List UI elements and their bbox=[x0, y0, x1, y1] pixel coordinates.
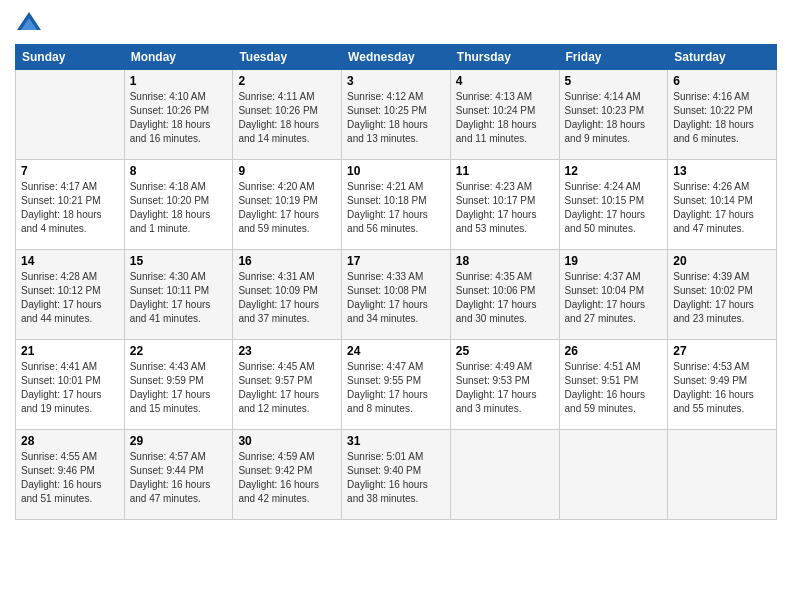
calendar-cell: 13Sunrise: 4:26 AMSunset: 10:14 PMDaylig… bbox=[668, 160, 777, 250]
day-info: Sunrise: 4:23 AMSunset: 10:17 PMDaylight… bbox=[456, 180, 554, 236]
day-info: Sunrise: 4:53 AMSunset: 9:49 PMDaylight:… bbox=[673, 360, 771, 416]
calendar-cell: 4Sunrise: 4:13 AMSunset: 10:24 PMDayligh… bbox=[450, 70, 559, 160]
day-number: 5 bbox=[565, 74, 663, 88]
day-number: 20 bbox=[673, 254, 771, 268]
day-number: 30 bbox=[238, 434, 336, 448]
day-info: Sunrise: 4:45 AMSunset: 9:57 PMDaylight:… bbox=[238, 360, 336, 416]
calendar-cell: 28Sunrise: 4:55 AMSunset: 9:46 PMDayligh… bbox=[16, 430, 125, 520]
day-info: Sunrise: 4:33 AMSunset: 10:08 PMDaylight… bbox=[347, 270, 445, 326]
calendar-cell: 10Sunrise: 4:21 AMSunset: 10:18 PMDaylig… bbox=[342, 160, 451, 250]
day-info: Sunrise: 4:16 AMSunset: 10:22 PMDaylight… bbox=[673, 90, 771, 146]
day-info: Sunrise: 4:59 AMSunset: 9:42 PMDaylight:… bbox=[238, 450, 336, 506]
weekday-header-sunday: Sunday bbox=[16, 45, 125, 70]
calendar-week-5: 28Sunrise: 4:55 AMSunset: 9:46 PMDayligh… bbox=[16, 430, 777, 520]
day-info: Sunrise: 4:13 AMSunset: 10:24 PMDaylight… bbox=[456, 90, 554, 146]
calendar-cell: 25Sunrise: 4:49 AMSunset: 9:53 PMDayligh… bbox=[450, 340, 559, 430]
calendar-cell: 26Sunrise: 4:51 AMSunset: 9:51 PMDayligh… bbox=[559, 340, 668, 430]
calendar-cell: 14Sunrise: 4:28 AMSunset: 10:12 PMDaylig… bbox=[16, 250, 125, 340]
calendar-cell: 2Sunrise: 4:11 AMSunset: 10:26 PMDayligh… bbox=[233, 70, 342, 160]
calendar-cell bbox=[16, 70, 125, 160]
calendar-cell: 7Sunrise: 4:17 AMSunset: 10:21 PMDayligh… bbox=[16, 160, 125, 250]
calendar-cell: 5Sunrise: 4:14 AMSunset: 10:23 PMDayligh… bbox=[559, 70, 668, 160]
day-number: 29 bbox=[130, 434, 228, 448]
calendar-cell: 12Sunrise: 4:24 AMSunset: 10:15 PMDaylig… bbox=[559, 160, 668, 250]
calendar-cell: 18Sunrise: 4:35 AMSunset: 10:06 PMDaylig… bbox=[450, 250, 559, 340]
calendar-cell: 3Sunrise: 4:12 AMSunset: 10:25 PMDayligh… bbox=[342, 70, 451, 160]
calendar-week-1: 1Sunrise: 4:10 AMSunset: 10:26 PMDayligh… bbox=[16, 70, 777, 160]
logo bbox=[15, 10, 47, 38]
day-info: Sunrise: 4:39 AMSunset: 10:02 PMDaylight… bbox=[673, 270, 771, 326]
day-number: 23 bbox=[238, 344, 336, 358]
calendar-cell: 20Sunrise: 4:39 AMSunset: 10:02 PMDaylig… bbox=[668, 250, 777, 340]
day-number: 25 bbox=[456, 344, 554, 358]
day-number: 8 bbox=[130, 164, 228, 178]
day-number: 27 bbox=[673, 344, 771, 358]
day-number: 1 bbox=[130, 74, 228, 88]
day-info: Sunrise: 4:26 AMSunset: 10:14 PMDaylight… bbox=[673, 180, 771, 236]
day-info: Sunrise: 4:18 AMSunset: 10:20 PMDaylight… bbox=[130, 180, 228, 236]
day-number: 21 bbox=[21, 344, 119, 358]
day-number: 2 bbox=[238, 74, 336, 88]
day-number: 19 bbox=[565, 254, 663, 268]
calendar-cell: 21Sunrise: 4:41 AMSunset: 10:01 PMDaylig… bbox=[16, 340, 125, 430]
day-number: 26 bbox=[565, 344, 663, 358]
calendar-cell: 22Sunrise: 4:43 AMSunset: 9:59 PMDayligh… bbox=[124, 340, 233, 430]
day-number: 15 bbox=[130, 254, 228, 268]
calendar-week-3: 14Sunrise: 4:28 AMSunset: 10:12 PMDaylig… bbox=[16, 250, 777, 340]
day-info: Sunrise: 4:30 AMSunset: 10:11 PMDaylight… bbox=[130, 270, 228, 326]
day-number: 31 bbox=[347, 434, 445, 448]
day-info: Sunrise: 4:11 AMSunset: 10:26 PMDaylight… bbox=[238, 90, 336, 146]
weekday-header-wednesday: Wednesday bbox=[342, 45, 451, 70]
day-info: Sunrise: 4:21 AMSunset: 10:18 PMDaylight… bbox=[347, 180, 445, 236]
day-number: 24 bbox=[347, 344, 445, 358]
calendar-cell: 15Sunrise: 4:30 AMSunset: 10:11 PMDaylig… bbox=[124, 250, 233, 340]
day-info: Sunrise: 4:57 AMSunset: 9:44 PMDaylight:… bbox=[130, 450, 228, 506]
day-info: Sunrise: 4:10 AMSunset: 10:26 PMDaylight… bbox=[130, 90, 228, 146]
day-info: Sunrise: 4:14 AMSunset: 10:23 PMDaylight… bbox=[565, 90, 663, 146]
day-number: 6 bbox=[673, 74, 771, 88]
day-number: 7 bbox=[21, 164, 119, 178]
day-info: Sunrise: 4:55 AMSunset: 9:46 PMDaylight:… bbox=[21, 450, 119, 506]
weekday-header-monday: Monday bbox=[124, 45, 233, 70]
day-number: 14 bbox=[21, 254, 119, 268]
calendar-cell: 29Sunrise: 4:57 AMSunset: 9:44 PMDayligh… bbox=[124, 430, 233, 520]
calendar-cell: 9Sunrise: 4:20 AMSunset: 10:19 PMDayligh… bbox=[233, 160, 342, 250]
calendar-cell: 31Sunrise: 5:01 AMSunset: 9:40 PMDayligh… bbox=[342, 430, 451, 520]
calendar-cell bbox=[668, 430, 777, 520]
calendar-cell: 24Sunrise: 4:47 AMSunset: 9:55 PMDayligh… bbox=[342, 340, 451, 430]
calendar-cell: 8Sunrise: 4:18 AMSunset: 10:20 PMDayligh… bbox=[124, 160, 233, 250]
calendar-cell: 16Sunrise: 4:31 AMSunset: 10:09 PMDaylig… bbox=[233, 250, 342, 340]
day-number: 22 bbox=[130, 344, 228, 358]
day-number: 12 bbox=[565, 164, 663, 178]
day-number: 16 bbox=[238, 254, 336, 268]
day-number: 13 bbox=[673, 164, 771, 178]
day-info: Sunrise: 4:41 AMSunset: 10:01 PMDaylight… bbox=[21, 360, 119, 416]
day-info: Sunrise: 4:17 AMSunset: 10:21 PMDaylight… bbox=[21, 180, 119, 236]
weekday-header-row: SundayMondayTuesdayWednesdayThursdayFrid… bbox=[16, 45, 777, 70]
day-info: Sunrise: 4:20 AMSunset: 10:19 PMDaylight… bbox=[238, 180, 336, 236]
day-number: 4 bbox=[456, 74, 554, 88]
weekday-header-thursday: Thursday bbox=[450, 45, 559, 70]
day-number: 10 bbox=[347, 164, 445, 178]
calendar-cell: 6Sunrise: 4:16 AMSunset: 10:22 PMDayligh… bbox=[668, 70, 777, 160]
weekday-header-tuesday: Tuesday bbox=[233, 45, 342, 70]
day-number: 9 bbox=[238, 164, 336, 178]
day-number: 3 bbox=[347, 74, 445, 88]
day-info: Sunrise: 4:49 AMSunset: 9:53 PMDaylight:… bbox=[456, 360, 554, 416]
calendar-cell: 23Sunrise: 4:45 AMSunset: 9:57 PMDayligh… bbox=[233, 340, 342, 430]
day-number: 18 bbox=[456, 254, 554, 268]
day-info: Sunrise: 4:12 AMSunset: 10:25 PMDaylight… bbox=[347, 90, 445, 146]
day-number: 17 bbox=[347, 254, 445, 268]
calendar-cell bbox=[450, 430, 559, 520]
day-info: Sunrise: 4:24 AMSunset: 10:15 PMDaylight… bbox=[565, 180, 663, 236]
weekday-header-saturday: Saturday bbox=[668, 45, 777, 70]
calendar-week-4: 21Sunrise: 4:41 AMSunset: 10:01 PMDaylig… bbox=[16, 340, 777, 430]
logo-icon bbox=[15, 10, 43, 38]
calendar-week-2: 7Sunrise: 4:17 AMSunset: 10:21 PMDayligh… bbox=[16, 160, 777, 250]
day-info: Sunrise: 4:43 AMSunset: 9:59 PMDaylight:… bbox=[130, 360, 228, 416]
day-info: Sunrise: 4:51 AMSunset: 9:51 PMDaylight:… bbox=[565, 360, 663, 416]
day-info: Sunrise: 4:31 AMSunset: 10:09 PMDaylight… bbox=[238, 270, 336, 326]
weekday-header-friday: Friday bbox=[559, 45, 668, 70]
calendar-cell: 1Sunrise: 4:10 AMSunset: 10:26 PMDayligh… bbox=[124, 70, 233, 160]
day-number: 11 bbox=[456, 164, 554, 178]
